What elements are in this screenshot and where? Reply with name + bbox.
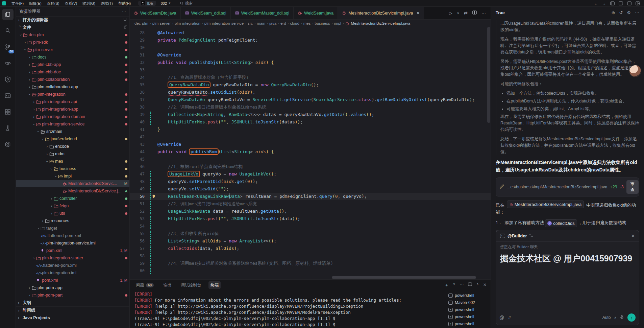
terminal-session[interactable]: ›_powershell [448,292,489,299]
tree-row[interactable]: ›impl [16,172,129,180]
editor-tab[interactable]: WeldSeamDto.java [130,7,181,19]
settings-gear-icon[interactable]: ⚙ [627,10,631,15]
tree-row[interactable]: pom.xml1, M [16,277,129,284]
tree-row[interactable]: </>plm-integration.iml [16,269,129,277]
code-line[interactable]: 49queryVo.setViewOid(""); [130,185,491,193]
new-chat-icon[interactable]: ⊕ [612,10,615,15]
tree-row[interactable]: ›docs [16,53,129,61]
breadcrumb-item[interactable]: impl [334,21,341,25]
tree-row[interactable]: ›plm-integration [16,91,129,98]
breadcrumb-item[interactable]: business [315,21,330,25]
terminal-session[interactable]: ›_Maven-002 [448,299,489,306]
code-line[interactable]: 47UsageLinkVo queryVo = new UsageLinkVo(… [130,170,491,178]
code-line[interactable]: 34//1、查询最新版本对象（包含扩展字段） [130,74,491,81]
tree-row[interactable]: ›dec-plm [16,31,129,39]
search-sidebar-icon[interactable] [2,25,14,37]
menu-item[interactable]: 文件(F) [9,0,26,7]
back-icon[interactable]: ← [594,1,598,6]
terminal-output[interactable]: [ERROR][ERROR] For more information abou… [130,290,446,328]
code-line[interactable]: 32public void publishObjs(List<String> o… [130,59,491,66]
send-button[interactable]: ↑ [627,313,636,322]
chat-history-icon[interactable]: ↺ [619,10,623,15]
editor-tab[interactable]: WeldSeam.java [294,7,338,19]
code-line[interactable]: 33 [130,66,491,74]
mention-button[interactable]: @ [499,315,504,320]
tree-row[interactable]: MesInteractionBizServic...M [16,180,129,187]
code-line[interactable]: 45 [130,156,491,163]
new-terminal-icon[interactable]: ＋ [445,282,449,288]
code-line[interactable]: 52UsageLinkRawData data = resultBean.get… [130,208,491,215]
vertical-scrollbar[interactable] [487,27,490,123]
tree-row[interactable]: ›java\erd\cloud [16,135,129,143]
code-line[interactable]: 31@Override [130,51,491,59]
editor-tab[interactable]: WeldSeamMaster_ddl.sql [231,7,294,19]
tree-row[interactable]: pom.xml1, M [16,247,129,254]
mode-chevron-icon[interactable]: ∧ [614,316,616,319]
debug-icon[interactable] [2,74,14,85]
tree-row[interactable]: ›src\main [16,128,129,135]
tree-row[interactable]: ›plm-pdm-app [16,284,129,291]
breadcrumb-item[interactable]: cloud [290,21,299,25]
code-line[interactable]: 43@Override [130,141,491,148]
forward-icon[interactable]: → [602,1,606,6]
breadcrumb-item[interactable]: java [269,21,276,25]
horizontal-scrollbar[interactable] [332,276,476,279]
terminal-dropdown-icon[interactable]: ∨ [453,282,455,288]
sidebar-section-大纲[interactable]: ›大纲 [16,299,129,306]
explorer-more-icon[interactable]: ⋯ [122,9,126,14]
menu-item[interactable]: 查看(V) [62,0,80,7]
tree-row[interactable]: ›plm-pdm-part [16,291,129,299]
breadcrumb-item[interactable]: plm-integration-service [204,21,244,25]
files-section-header[interactable]: › 文件 [16,24,129,31]
tree-row[interactable]: ›plm-cbb-app [16,61,129,68]
editor-more-icon[interactable]: ⋯ [481,10,486,16]
open-editors-actions-icon[interactable] [123,18,127,23]
code-line[interactable]: 60 [130,267,491,275]
code-line[interactable]: 41} [130,126,491,133]
code-line[interactable]: 56List<String> allOids = new ArrayList<>… [130,237,491,245]
tree-row[interactable]: ›plm-integration-domain [16,113,129,120]
code-line[interactable]: 51//2、调用mes接口把bom结构推送给mes系统 [130,200,491,208]
maximize-panel-icon[interactable]: ∧ [476,282,479,288]
lightbulb-icon[interactable] [151,194,156,198]
tree-row[interactable]: ›resources [16,217,129,225]
toggle-sidebar-icon[interactable] [610,1,615,5]
explorer-icon[interactable] [2,9,14,20]
breadcrumb-item[interactable]: src [248,21,253,25]
tree-row[interactable]: ›controller [16,195,129,202]
collapse-all-icon[interactable] [123,25,127,30]
layout-icon[interactable] [636,1,640,5]
code-line[interactable]: 48queryVo.setParentOid(oids.get(0)); [130,178,491,185]
run-button[interactable]: ▷ [449,10,452,16]
toggle-right-panel-icon[interactable] [627,1,631,5]
tree-row[interactable]: ›business [16,165,129,172]
remote-code-icon[interactable] [2,90,14,101]
code-line[interactable]: 53HttpUtilForMes.post("", JSONUtil.toJso… [130,215,491,222]
code-line[interactable]: 37QueryRawDataVo queryRawDataVo = Servic… [130,96,491,103]
tree-row[interactable]: ›mes [16,158,129,165]
tree-row[interactable]: ›plm-integration-service [16,120,129,128]
tree-row[interactable]: ›target [16,225,129,232]
workspace-selector[interactable]: 002 ▼ [161,1,171,5]
terminal-session[interactable]: +powershell [448,320,489,327]
split-terminal-icon[interactable] [468,282,472,288]
code-line[interactable]: 30 [130,44,491,51]
code-line[interactable]: 35QueryRawDataDto queryRawDataDto = new … [130,81,491,89]
mic-icon[interactable] [620,315,624,321]
code-line[interactable]: 39Collection<Map<String, RawData<?>>> da… [130,111,491,118]
tree-row[interactable]: ›plm-integration-api [16,98,129,106]
tree-row[interactable]: ›plm-integration-app [16,106,129,113]
global-search[interactable]: 搜索 [180,1,193,6]
code-line[interactable]: 57collectOids(data, allOids); [130,245,491,252]
panel-tab-调试控制台[interactable]: 调试控制台 [179,281,203,289]
open-editors-section[interactable]: › 打开的编辑器 [16,16,129,24]
terminal-session[interactable]: +powershell [448,306,489,313]
toggle-panel-icon[interactable] [619,1,623,5]
diff-changes-icon[interactable]: ⇄ [464,10,468,16]
code-line[interactable]: 28@Autowired [130,29,491,37]
menu-item[interactable]: 终端(T) [98,0,116,7]
tree-row[interactable]: ›encode [16,143,129,150]
chat-input-toolbar[interactable]: @ # Auto ∧ ↑ [496,313,639,325]
tree-row[interactable]: </>plm-integration-service.iml [16,239,129,247]
tree-row[interactable]: ›plm-integration-starter [16,254,129,262]
